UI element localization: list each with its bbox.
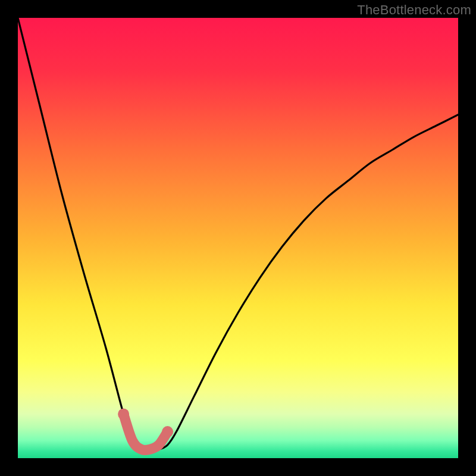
svg-point-1 [162,426,173,437]
watermark-label: TheBottleneck.com [357,2,471,18]
svg-point-0 [118,409,129,420]
bottleneck-chart [18,18,458,458]
chart-background [18,18,458,458]
